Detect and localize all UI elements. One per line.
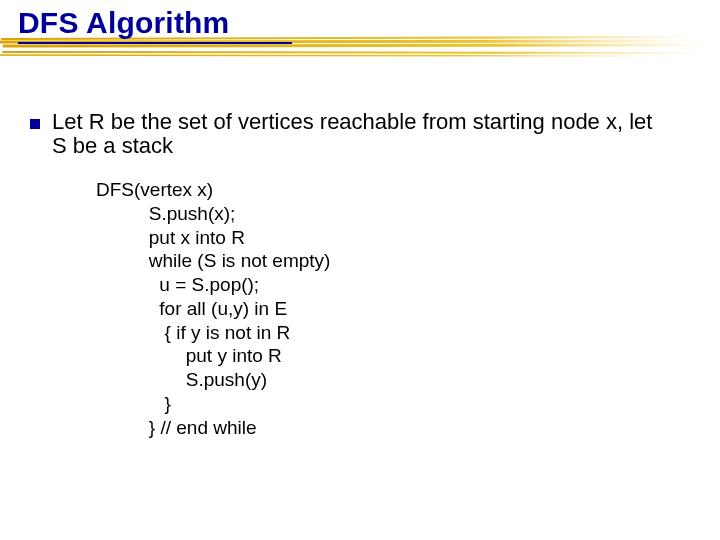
svg-line-5	[0, 55, 660, 56]
slide-title: DFS Algorithm	[18, 6, 292, 40]
pseudocode-block: DFS(vertex x) S.push(x); put x into R wh…	[96, 178, 330, 439]
square-bullet-icon	[30, 119, 40, 129]
bullet-text: Let R be the set of vertices reachable f…	[52, 110, 672, 158]
svg-line-4	[3, 52, 705, 53]
bullet-item: Let R be the set of vertices reachable f…	[30, 110, 672, 158]
svg-line-2	[4, 45, 710, 46]
slide: DFS Algorithm Let R be the set of vertic…	[0, 0, 720, 540]
title-block: DFS Algorithm	[18, 6, 292, 44]
title-underline	[18, 42, 292, 44]
